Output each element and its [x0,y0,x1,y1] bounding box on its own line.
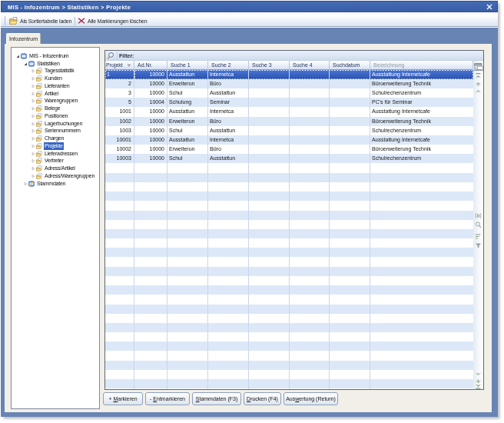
grid-cell[interactable]: Büro [208,79,249,88]
tree-collapsed-arrow-icon[interactable] [32,122,35,126]
grid-cell[interactable]: 1003 [105,126,134,135]
load-sort-table-button[interactable]: Als Sortiertabelle laden [9,15,71,26]
grid-cell[interactable]: Internetca [208,135,249,145]
grid-cell[interactable]: Ausstattung Internetcafe [370,107,473,116]
tree-item-label[interactable]: Lieferadressen [44,150,78,158]
close-icon[interactable] [486,4,492,10]
grid-cell[interactable]: Internetca [208,107,249,116]
tree-item-label[interactable]: Lieferanten [44,82,70,90]
tree-collapsed-arrow-icon[interactable] [32,167,35,171]
tree-collapsed-arrow-icon[interactable] [32,69,35,73]
grid-cell[interactable]: Erweiterun [167,79,208,88]
grid-cell[interactable]: Ausstattun [167,135,208,145]
grid-cell[interactable]: 10004 [134,98,167,107]
footer-button-entmarkieren[interactable]: - Entmarkieren [145,392,190,405]
grid-cell[interactable]: 10001 [105,135,134,145]
nav-search-icon[interactable] [475,221,482,228]
grid-cell[interactable]: 10000 [134,88,167,98]
tree-expanded-arrow-icon[interactable] [16,55,20,58]
nav-sort-icon[interactable] [475,233,482,240]
tree-collapsed-arrow-icon[interactable] [32,137,35,141]
grid-cell[interactable]: Büro [208,117,249,126]
tree-item-label[interactable]: Projekte [44,142,64,150]
tree-item-adress-artikel[interactable]: Adress/Artikel [12,165,100,172]
tree-item-adress-warengruppen[interactable]: Adress/Warengruppen [12,172,100,180]
tree-item-statistiken[interactable]: Statistiken [12,60,100,68]
column-header-ad-nr-[interactable]: Ad.Nr. [134,61,167,70]
clear-marks-button[interactable]: Alle Markierungen löschen [78,15,148,26]
tree-item-label[interactable]: Lagerbuchungen [44,120,83,128]
tree-collapsed-arrow-icon[interactable] [32,107,35,111]
tree-item-lieferanten[interactable]: Lieferanten [12,82,100,90]
tree-item-label[interactable]: Tagesstatistik [44,67,75,75]
tree-item-kunden[interactable]: Kunden [12,75,100,82]
grid-cell[interactable]: Schulrechenzentrum [370,126,473,135]
grid-cell[interactable]: Ausstattun [208,88,249,98]
tree-item-seriennummern[interactable]: Seriennummern [12,127,100,135]
tree-item-label[interactable]: Stammdaten [36,180,66,188]
grid-cell[interactable]: 2 [105,79,134,88]
grid-cell[interactable]: 10000 [134,117,167,126]
tree-item-positionen[interactable]: Positionen [12,112,100,120]
footer-button-markieren[interactable]: + Markieren [103,392,143,405]
tree-item-label[interactable]: Adress/Artikel [44,165,76,172]
tree-item-warengruppen[interactable]: Warengruppen [12,97,100,105]
nav-last-icon[interactable] [475,383,482,390]
grid-cell[interactable]: Schulrechenzentrum [370,88,473,98]
tree-item-label[interactable]: Statistiken [36,60,61,68]
column-header-suche-2[interactable]: Suche 2 [208,61,249,70]
tree-collapsed-arrow-icon[interactable] [32,85,35,88]
grid-cell[interactable]: Erweiterun [167,145,208,154]
nav-prev-icon[interactable] [475,88,482,95]
tree-item-label[interactable]: Belege [44,105,61,112]
tree-collapsed-arrow-icon[interactable] [24,182,28,186]
grid-cell[interactable]: Ausstattung Internetcafe [370,135,473,145]
grid-cell[interactable]: 10002 [105,145,134,154]
tree-item-tagesstatistik[interactable]: Tagesstatistik [12,67,100,75]
grid-cell[interactable]: 3 [105,88,134,98]
column-header-suchdatum[interactable]: Suchdatum [330,61,370,70]
tree-item-label[interactable]: Positionen [44,112,68,120]
grid-cell[interactable]: 1002 [105,117,134,126]
tree-item-artikel[interactable]: Artikel [12,90,100,98]
tree-expanded-arrow-icon[interactable] [24,62,28,66]
tree-item-lagerbuchungen[interactable]: Lagerbuchungen [12,120,100,128]
grid-cell[interactable]: Schul [167,154,208,163]
grid-cell[interactable]: Erweiterun [167,117,208,126]
grid-cell[interactable]: PC's für Seminar [370,98,473,107]
tree-collapsed-arrow-icon[interactable] [32,175,35,178]
nav-next-icon[interactable] [475,371,482,378]
tree-collapsed-arrow-icon[interactable] [32,152,35,156]
tree-item-stammdaten[interactable]: Stammdaten [12,180,100,188]
nav-filter-icon[interactable] [475,242,482,249]
tree-collapsed-arrow-icon[interactable] [32,115,35,118]
column-header-suche-3[interactable]: Suche 3 [249,61,290,70]
grid-cell[interactable]: 10000 [134,79,167,88]
tree-item-projekte[interactable]: Projekte [12,142,100,150]
tree-item-label[interactable]: Vertreter [44,157,65,165]
tree-item-label[interactable]: Adress/Warengruppen [44,172,95,180]
tab-infozentrum[interactable]: Infozentrum [6,33,41,44]
tree-item-label[interactable]: Artikel [44,90,59,98]
footer-button-drucken-f4[interactable]: Drucken (F4) [244,392,281,405]
tree-item-mis-infozentrum[interactable]: MIS - Infozentrum [12,52,100,60]
grid-cell[interactable]: 10003 [105,154,134,163]
tree-item-label[interactable]: Chargen [44,135,65,142]
tree-item-lieferadressen[interactable]: Lieferadressen [12,150,100,158]
grid-cell[interactable]: Seminar [208,98,249,107]
nav-prev-page-icon[interactable] [475,80,482,87]
grid-cell[interactable]: 5 [105,98,134,107]
titlebar[interactable]: MIS - Infozentrum > Statistiken > Projek… [1,1,498,12]
tree-collapsed-arrow-icon[interactable] [32,159,35,163]
tree-item-belege[interactable]: Belege [12,105,100,112]
tree-item-label[interactable]: Seriennummern [44,127,81,135]
grid-cell[interactable]: 10000 [134,145,167,154]
tree-item-label[interactable]: MIS - Infozentrum [28,52,69,60]
footer-button-auswertung-return[interactable]: Auswertung (Return) [284,392,338,405]
grid-cell[interactable]: 10000 [134,126,167,135]
grid-cell[interactable]: Schulung [167,98,208,107]
tree-item-chargen[interactable]: Chargen [12,135,100,142]
tree-collapsed-arrow-icon[interactable] [32,145,35,148]
nav-first-icon[interactable] [475,72,482,79]
column-header-bezeichnung[interactable]: Bezeichnung [370,61,473,70]
